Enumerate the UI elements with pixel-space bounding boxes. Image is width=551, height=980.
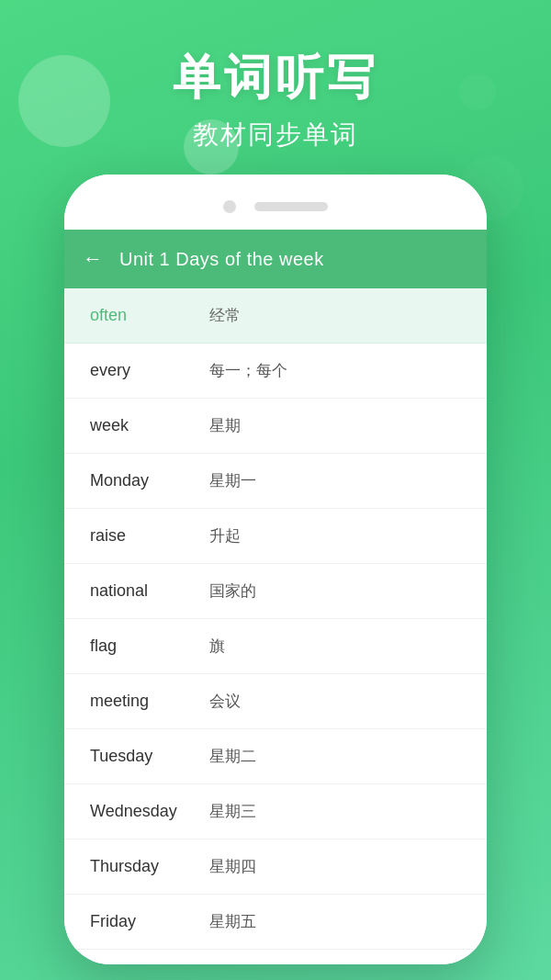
word-english: flag xyxy=(90,636,191,656)
list-item[interactable]: meeting会议 xyxy=(64,674,487,729)
word-chinese: 旗 xyxy=(209,636,225,657)
word-chinese: 星期一 xyxy=(209,470,256,491)
nav-title: Unit 1 Days of the week xyxy=(119,249,324,270)
word-english: Wednesday xyxy=(90,802,191,821)
word-chinese: 每一；每个 xyxy=(209,360,287,381)
list-item[interactable]: often经常 xyxy=(64,288,487,344)
word-chinese: 升起 xyxy=(209,525,241,546)
header: 单词听写 教材同步单词 xyxy=(0,0,551,152)
word-english: often xyxy=(90,306,191,325)
phone-camera xyxy=(223,200,236,213)
word-english: meeting xyxy=(90,692,191,711)
word-chinese: 星期五 xyxy=(209,911,256,932)
word-chinese: 星期二 xyxy=(209,746,256,767)
word-english: Friday xyxy=(90,912,191,931)
list-item[interactable]: Friday星期五 xyxy=(64,895,487,950)
word-english: Tuesday xyxy=(90,747,191,766)
list-item[interactable]: week星期 xyxy=(64,399,487,454)
app-subtitle: 教材同步单词 xyxy=(0,118,551,152)
list-item[interactable]: Monday星期一 xyxy=(64,454,487,509)
word-chinese: 星期四 xyxy=(209,856,256,877)
word-english: Monday xyxy=(90,471,191,490)
list-item[interactable]: flag旗 xyxy=(64,619,487,674)
list-item[interactable]: raise升起 xyxy=(64,509,487,564)
list-item[interactable]: Wednesday星期三 xyxy=(64,784,487,839)
word-english: raise xyxy=(90,526,191,546)
word-english: week xyxy=(90,416,191,435)
phone-speaker xyxy=(254,202,328,211)
nav-bar: ← Unit 1 Days of the week xyxy=(64,230,487,288)
word-chinese: 国家的 xyxy=(209,580,256,602)
word-chinese: 星期 xyxy=(209,415,241,436)
back-button[interactable]: ← xyxy=(83,247,105,271)
word-english: national xyxy=(90,581,191,601)
list-item[interactable]: national国家的 xyxy=(64,564,487,619)
list-item[interactable]: clean把……弄干净 xyxy=(64,950,487,964)
phone-mockup: ← Unit 1 Days of the week often经常every每一… xyxy=(64,175,487,964)
list-item[interactable]: Thursday星期四 xyxy=(64,839,487,895)
list-item[interactable]: Tuesday星期二 xyxy=(64,729,487,784)
list-item[interactable]: every每一；每个 xyxy=(64,344,487,399)
app-title: 单词听写 xyxy=(0,46,551,110)
word-english: Thursday xyxy=(90,857,191,876)
word-chinese: 经常 xyxy=(209,305,241,326)
phone-top-bar xyxy=(64,175,487,230)
word-list[interactable]: often经常every每一；每个week星期Monday星期一raise升起n… xyxy=(64,288,487,964)
word-english: every xyxy=(90,361,191,380)
word-chinese: 星期三 xyxy=(209,801,256,822)
app-content: ← Unit 1 Days of the week often经常every每一… xyxy=(64,230,487,964)
word-chinese: 会议 xyxy=(209,691,241,712)
